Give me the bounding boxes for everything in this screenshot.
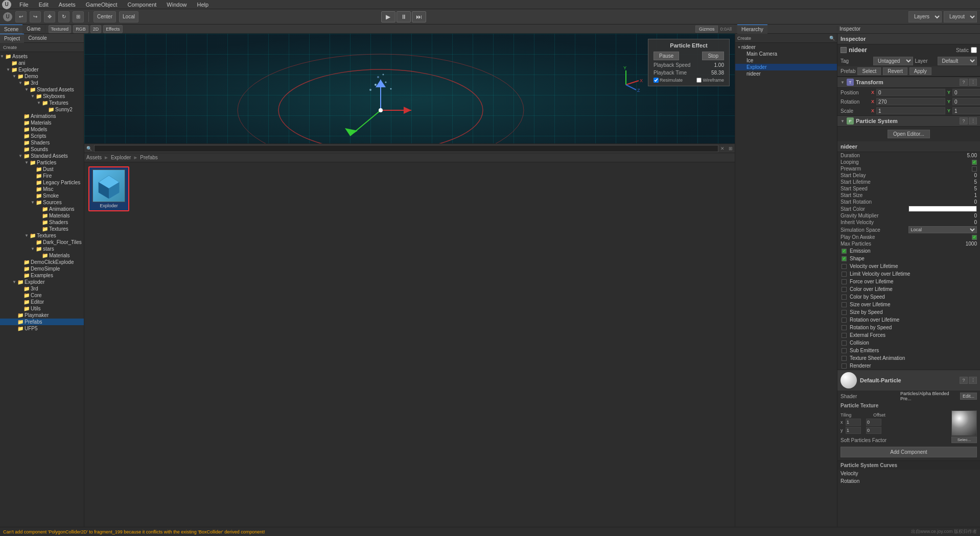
transform-expand-btn[interactable]: ⋮ (969, 79, 977, 86)
module-row[interactable]: Limit Velocity over Lifetime (837, 270, 980, 278)
looping-check[interactable]: ✓ (972, 160, 977, 165)
transform-settings-btn[interactable]: ? (960, 79, 968, 86)
module-row[interactable]: ✓Emission (837, 247, 980, 255)
module-row[interactable]: Color over Lifetime (837, 285, 980, 293)
module-row[interactable]: Renderer (837, 362, 980, 370)
menu-component[interactable]: Component (125, 2, 158, 8)
tree-item[interactable]: 📁Examples (0, 272, 84, 279)
playonawake-check[interactable]: ✓ (972, 235, 977, 240)
prefab-revert-btn[interactable]: Revert (883, 67, 907, 75)
module-check[interactable] (842, 356, 847, 361)
tree-item[interactable]: ▼📁Standard Assets (0, 86, 84, 93)
tree-item[interactable]: ▼📁Sources (0, 199, 84, 206)
redo-button[interactable]: ↪ (30, 11, 41, 22)
startcolor-swatch[interactable] (908, 206, 977, 212)
open-editor-btn[interactable]: Open Editor... (888, 130, 930, 138)
module-row[interactable]: Size by Speed (837, 308, 980, 316)
tree-item[interactable]: ▼📁Textures (0, 232, 84, 239)
asset-search-input[interactable] (94, 145, 718, 152)
tree-item[interactable]: 📁Playmaker (0, 312, 84, 319)
tree-item[interactable]: 📁Misc (0, 186, 84, 192)
tree-item[interactable]: 📁Sounds (0, 146, 84, 153)
module-check[interactable] (842, 272, 847, 277)
tree-item[interactable]: 📁Editor (0, 299, 84, 305)
module-row[interactable]: Sub Emitters (837, 347, 980, 354)
tree-item[interactable]: ▼📁Demo (0, 73, 84, 80)
textured-btn[interactable]: Textured (49, 25, 72, 33)
ps-header[interactable]: ▼ P Particle System ? ⋮ (837, 115, 980, 127)
tree-item[interactable]: 📁Smoke (0, 192, 84, 199)
tree-item[interactable]: 📁Animations (0, 206, 84, 212)
scale-tool[interactable]: ⊞ (73, 11, 84, 22)
tree-item[interactable]: 📁Materials (0, 212, 84, 219)
edit-shader-btn[interactable]: Edit... (960, 393, 977, 400)
tree-item[interactable]: ▼📁Exploder (0, 279, 84, 285)
module-check[interactable] (842, 333, 847, 338)
wireframe-checkbox[interactable] (696, 78, 702, 83)
layout-dropdown[interactable]: Layout (944, 11, 977, 22)
ps-settings-btn[interactable]: ? (960, 117, 968, 125)
module-row[interactable]: Velocity over Lifetime (837, 262, 980, 270)
module-check[interactable] (842, 363, 847, 369)
hier-item[interactable]: Ice (735, 57, 837, 64)
path-prefabs[interactable]: Prefabs (140, 155, 157, 160)
module-check[interactable]: ✓ (842, 256, 847, 261)
module-row[interactable]: ✓Shape (837, 255, 980, 262)
tab-scene[interactable]: Scene (0, 25, 22, 34)
tiling-x-input[interactable] (846, 419, 861, 426)
rotation-y-input[interactable] (952, 98, 980, 105)
gizmos-button[interactable]: Gizmos (695, 26, 718, 33)
rotate-tool[interactable]: ↻ (58, 11, 69, 22)
view-icon[interactable]: ⊞ (729, 146, 733, 151)
module-check[interactable] (842, 302, 847, 307)
pause-button[interactable]: ⏸ (396, 11, 411, 22)
move-tool[interactable]: ✥ (44, 11, 55, 22)
resimulate-checkbox[interactable] (654, 78, 659, 83)
tree-item[interactable]: 📁Dark_Floor_Tiles (0, 239, 84, 246)
module-check[interactable] (842, 264, 847, 269)
obj-static-checkbox[interactable] (971, 47, 977, 53)
tree-item[interactable]: 📁Dust (0, 166, 84, 173)
offset-y-input[interactable] (866, 427, 881, 434)
ps-expand-btn[interactable]: ⋮ (969, 117, 977, 125)
tree-item[interactable]: 📁Models (0, 126, 84, 133)
pe-stop-btn[interactable]: Stop (702, 52, 724, 60)
module-row[interactable]: Force over Lifetime (837, 278, 980, 285)
module-check[interactable]: ✓ (842, 249, 847, 254)
menu-window[interactable]: Window (165, 2, 189, 8)
asset-exploder[interactable]: Exploder (88, 166, 129, 211)
search-clear[interactable]: ✕ (720, 146, 725, 151)
menu-file[interactable]: File (17, 2, 31, 8)
tree-item[interactable]: ▼📁Skyboxes (0, 93, 84, 100)
tree-item[interactable]: ▼📁stars (0, 246, 84, 252)
scale-x-input[interactable] (876, 107, 945, 114)
tree-item[interactable]: 📁Prefabs (0, 319, 84, 325)
module-row[interactable]: Rotation over Lifetime (837, 316, 980, 324)
tree-item[interactable]: 📁Sunny2 (0, 106, 84, 113)
layers-dropdown[interactable]: Layers (908, 11, 942, 22)
tag-dropdown[interactable]: Untagged (873, 57, 913, 65)
add-component-btn[interactable]: Add Component (841, 447, 977, 457)
tree-item[interactable]: 📁Shaders (0, 219, 84, 226)
tree-item[interactable]: 📁Materials (0, 252, 84, 259)
tree-item[interactable]: ▼📁Assets (0, 53, 84, 60)
module-row[interactable]: Texture Sheet Animation (837, 354, 980, 362)
prewarm-check[interactable] (972, 166, 977, 172)
simspace-dropdown[interactable]: Local (908, 226, 977, 233)
tree-item[interactable]: 📁Materials (0, 119, 84, 126)
tab-game[interactable]: Game (22, 25, 44, 34)
tree-item[interactable]: 📁3rd (0, 285, 84, 292)
tab-console[interactable]: Console (24, 34, 51, 43)
texture-select-btn[interactable]: Selec... (951, 436, 977, 443)
module-row[interactable]: Color by Speed (837, 293, 980, 301)
scene-view[interactable]: X Y Z Particle Effect Pause Stop Playbac… (84, 34, 735, 143)
path-exploder[interactable]: Exploder (111, 155, 131, 160)
transform-header[interactable]: ▼ T Transform ? ⋮ (837, 77, 980, 88)
tree-item[interactable]: ▼📁Standard Assets (0, 153, 84, 159)
module-row[interactable]: Collision (837, 339, 980, 347)
position-y-input[interactable] (952, 89, 980, 96)
inspector-tab[interactable]: Inspector (839, 26, 860, 32)
material-settings-btn[interactable]: ? (960, 377, 968, 384)
pe-pause-btn[interactable]: Pause (654, 52, 679, 60)
wireframe-label[interactable]: Wireframe (696, 78, 724, 83)
